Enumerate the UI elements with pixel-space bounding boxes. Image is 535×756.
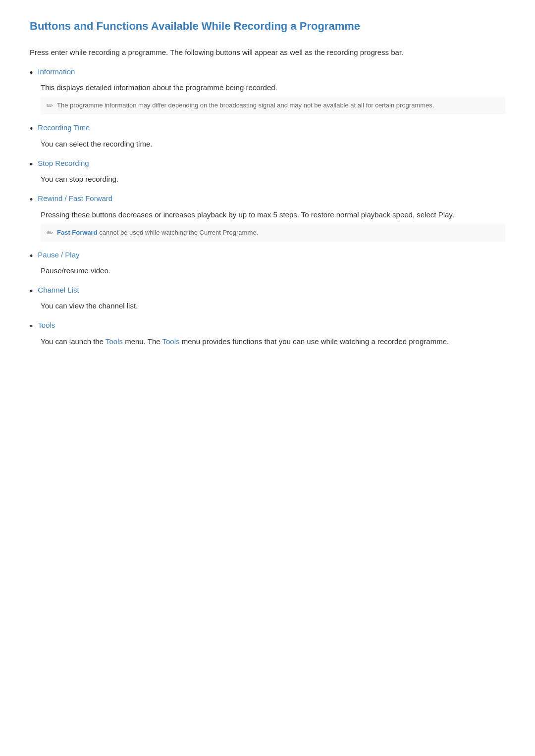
item-desc-pause-play: Pause/resume video. [41, 265, 505, 277]
pencil-icon: ✏ [47, 101, 53, 110]
item-body-recording-time: You can select the recording time. [30, 138, 505, 150]
note-box-information: ✏ The programme information may differ d… [41, 97, 505, 114]
bullet-icon: • [30, 286, 33, 297]
item-desc-stop-recording: You can stop recording. [41, 173, 505, 185]
pencil-icon: ✏ [47, 228, 53, 238]
page-container: Buttons and Functions Available While Re… [0, 0, 535, 386]
item-desc-tools: You can launch the Tools menu. The Tools… [41, 336, 505, 348]
tools-link-1[interactable]: Tools [106, 337, 123, 346]
item-body-tools: You can launch the Tools menu. The Tools… [30, 336, 505, 348]
list-item: • Recording Time You can select the reco… [30, 123, 505, 150]
bullet-icon: • [30, 194, 33, 205]
list-item: • Tools You can launch the Tools menu. T… [30, 321, 505, 347]
list-item: • Pause / Play Pause/resume video. [30, 251, 505, 277]
item-title-rewind-fast-forward[interactable]: Rewind / Fast Forward [38, 194, 112, 202]
item-title-tools[interactable]: Tools [38, 321, 55, 329]
list-item: • Information This displays detailed inf… [30, 67, 505, 114]
item-title-information[interactable]: Information [38, 67, 75, 76]
page-title: Buttons and Functions Available While Re… [30, 20, 505, 37]
item-desc-channel-list: You can view the channel list. [41, 300, 505, 312]
item-desc-rewind-fast-forward: Pressing these buttons decreases or incr… [41, 209, 505, 221]
tools-link-2[interactable]: Tools [162, 337, 179, 346]
item-body-rewind-fast-forward: Pressing these buttons decreases or incr… [30, 209, 505, 242]
item-body-stop-recording: You can stop recording. [30, 173, 505, 185]
item-desc-information: This displays detailed information about… [41, 82, 505, 94]
intro-text: Press enter while recording a programme.… [30, 47, 505, 58]
list-item: • Channel List You can view the channel … [30, 286, 505, 312]
item-title-channel-list[interactable]: Channel List [38, 286, 79, 294]
bullet-icon: • [30, 159, 33, 170]
item-list: • Information This displays detailed inf… [30, 67, 505, 348]
fast-forward-highlight[interactable]: Fast Forward [57, 229, 98, 236]
note-text-fast-forward: Fast Forward cannot be used while watchi… [57, 228, 258, 238]
list-item: • Stop Recording You can stop recording. [30, 159, 505, 185]
item-body-pause-play: Pause/resume video. [30, 265, 505, 277]
item-title-pause-play[interactable]: Pause / Play [38, 251, 79, 259]
note-text-information: The programme information may differ dep… [57, 101, 434, 110]
item-title-recording-time[interactable]: Recording Time [38, 123, 90, 132]
bullet-icon: • [30, 123, 33, 135]
bullet-icon: • [30, 321, 33, 332]
bullet-icon: • [30, 67, 33, 79]
item-title-stop-recording[interactable]: Stop Recording [38, 159, 89, 167]
note-box-fast-forward: ✏ Fast Forward cannot be used while watc… [41, 224, 505, 242]
bullet-icon: • [30, 251, 33, 262]
item-body-channel-list: You can view the channel list. [30, 300, 505, 312]
item-body-information: This displays detailed information about… [30, 82, 505, 114]
item-desc-recording-time: You can select the recording time. [41, 138, 505, 150]
list-item: • Rewind / Fast Forward Pressing these b… [30, 194, 505, 241]
